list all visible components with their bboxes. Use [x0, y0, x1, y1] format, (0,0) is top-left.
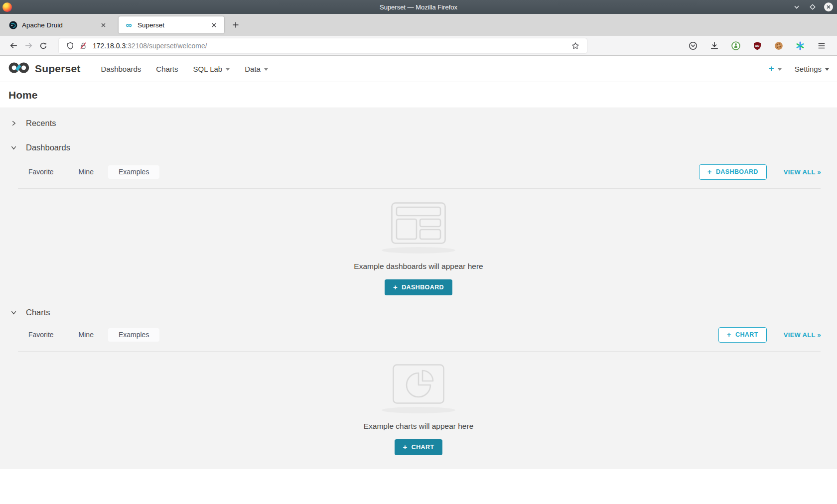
chevron-down-icon	[226, 68, 230, 71]
titlebar: Superset — Mozilla Firefox	[0, 0, 837, 14]
section-saved-queries[interactable]: Saved queries	[0, 465, 837, 469]
dashboard-empty-icon	[391, 202, 446, 246]
chevron-down-icon	[264, 68, 268, 71]
chevron-down-icon	[10, 144, 17, 151]
tab-mine[interactable]: Mine	[68, 165, 104, 179]
tab-close-icon[interactable]	[208, 19, 219, 30]
footer-area	[0, 469, 837, 504]
pocket-icon[interactable]	[686, 38, 700, 53]
url-text: 172.18.0.3:32108/superset/welcome/	[93, 42, 569, 50]
plus-icon: +	[393, 283, 398, 291]
tracking-protection-shield-icon[interactable]	[64, 39, 77, 52]
tab-examples[interactable]: Examples	[108, 328, 159, 342]
bookmark-star-icon[interactable]	[569, 39, 582, 52]
chevron-down-icon	[825, 68, 829, 71]
charts-filter-tabs: Favorite Mine Examples	[18, 328, 159, 342]
druid-favicon-icon	[9, 21, 17, 29]
dashboards-empty-state: Example dashboards will appear here + DA…	[0, 189, 837, 295]
tab-label: Apache Druid	[22, 21, 98, 29]
svg-text:uO: uO	[755, 44, 760, 47]
new-tab-button[interactable]	[228, 17, 243, 32]
superset-brand[interactable]: Superset	[8, 60, 80, 77]
settings-menu[interactable]: Settings	[795, 65, 829, 73]
dashboards-subbar: Favorite Mine Examples + DASHBOARD VIEW …	[0, 164, 837, 179]
section-recents-label: Recents	[26, 119, 56, 128]
tab-close-icon[interactable]	[98, 19, 109, 30]
url-bar[interactable]: 172.18.0.3:32108/superset/welcome/	[59, 38, 587, 53]
forward-button[interactable]	[21, 38, 36, 53]
charts-empty-state: Example charts will appear here + CHART	[0, 352, 837, 455]
plus-icon: +	[403, 443, 408, 451]
charts-empty-text: Example charts will appear here	[364, 422, 474, 431]
brand-name: Superset	[35, 63, 80, 75]
chevron-down-icon	[10, 309, 17, 316]
tab-apache-druid[interactable]: Apache Druid	[3, 16, 114, 33]
downloads-icon[interactable]	[707, 38, 722, 53]
reload-button[interactable]	[36, 38, 51, 53]
tab-favorite[interactable]: Favorite	[18, 165, 64, 179]
dashboards-view-all-link[interactable]: VIEW ALL »	[784, 168, 821, 176]
navbar-right: + Settings	[769, 63, 829, 74]
dashboards-empty-text: Example dashboards will appear here	[354, 262, 483, 271]
new-dashboard-button[interactable]: + DASHBOARD	[699, 164, 767, 180]
charts-view-all-link[interactable]: VIEW ALL »	[784, 331, 821, 339]
section-dashboards-label: Dashboards	[26, 143, 70, 152]
new-chart-button-primary[interactable]: + CHART	[395, 439, 443, 455]
tab-favorite[interactable]: Favorite	[18, 328, 64, 342]
cookie-extension-icon[interactable]	[771, 38, 786, 53]
icon-shadow	[382, 407, 455, 413]
firefox-window: Superset — Mozilla Firefox Apache D	[0, 0, 837, 504]
ublock-origin-icon[interactable]: uO	[750, 38, 765, 53]
new-dashboard-button-primary[interactable]: + DASHBOARD	[385, 279, 452, 295]
menu-sql-lab[interactable]: SQL Lab	[186, 65, 238, 73]
chevron-right-icon	[10, 120, 17, 126]
superset-menu: Dashboards Charts SQL Lab Data	[93, 65, 275, 73]
menu-hamburger-icon[interactable]	[814, 38, 829, 53]
insecure-lock-icon[interactable]	[77, 39, 90, 52]
tab-superset[interactable]: ∞ Superset	[119, 16, 224, 33]
section-charts[interactable]: Charts	[0, 304, 837, 321]
back-button[interactable]	[6, 38, 21, 53]
welcome-content: Recents Dashboards Favorite Mine Example…	[0, 108, 837, 469]
section-charts-label: Charts	[26, 308, 50, 317]
chevron-down-icon	[778, 68, 782, 71]
plus-icon: +	[727, 331, 731, 338]
menu-dashboards[interactable]: Dashboards	[93, 65, 148, 73]
menu-charts[interactable]: Charts	[148, 65, 185, 73]
new-item-button[interactable]: +	[769, 63, 782, 74]
charts-actions: + CHART VIEW ALL »	[718, 327, 821, 343]
menu-data[interactable]: Data	[237, 65, 276, 73]
page-title: Home	[8, 89, 37, 101]
plus-icon: +	[707, 168, 712, 175]
charts-subbar: Favorite Mine Examples + CHART VIEW ALL …	[0, 327, 837, 342]
tab-examples[interactable]: Examples	[108, 165, 159, 179]
chart-empty-icon	[393, 364, 444, 406]
tab-label: Superset	[138, 21, 208, 29]
navigation-toolbar: 172.18.0.3:32108/superset/welcome/	[0, 36, 837, 56]
section-recents[interactable]: Recents	[0, 115, 837, 131]
tab-mine[interactable]: Mine	[68, 328, 104, 342]
new-chart-button[interactable]: + CHART	[718, 327, 767, 343]
icon-shadow	[382, 247, 455, 253]
section-dashboards[interactable]: Dashboards	[0, 139, 837, 156]
dashboards-filter-tabs: Favorite Mine Examples	[18, 165, 159, 179]
toolbar-extensions: uO	[686, 38, 831, 53]
window-title: Superset — Mozilla Firefox	[0, 3, 837, 11]
dashboards-actions: + DASHBOARD VIEW ALL »	[699, 164, 821, 180]
superset-favicon-icon: ∞	[125, 21, 133, 29]
superset-navbar: Superset Dashboards Charts SQL Lab Data …	[0, 56, 837, 82]
tab-strip: Apache Druid ∞ Superset	[0, 14, 837, 36]
page-header: Home	[0, 82, 837, 108]
privacy-extension-icon[interactable]	[728, 38, 743, 53]
container-extension-icon[interactable]	[793, 38, 808, 53]
superset-logo-icon	[8, 60, 31, 77]
